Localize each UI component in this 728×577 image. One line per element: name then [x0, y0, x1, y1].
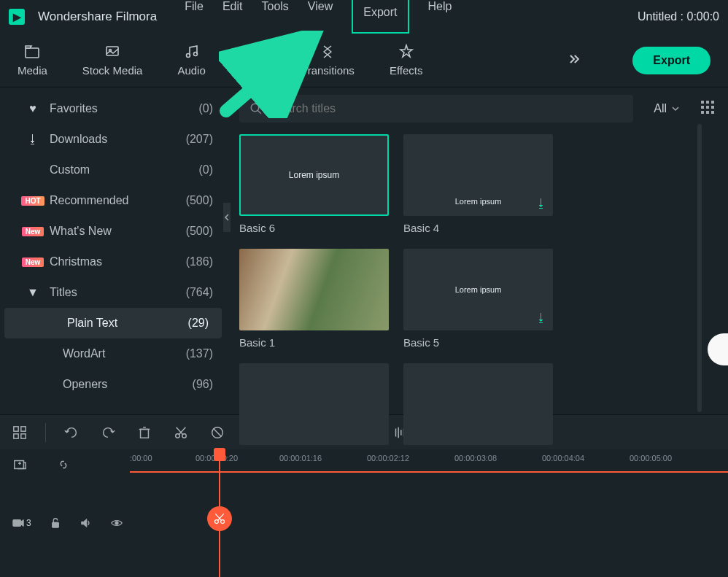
- title-card-empty[interactable]: [403, 363, 553, 445]
- svg-point-3: [186, 54, 190, 58]
- track-lock-toggle[interactable]: [49, 516, 62, 530]
- expand-toolbar-button[interactable]: [567, 52, 581, 69]
- search-input[interactable]: [271, 102, 623, 115]
- svg-rect-20: [14, 433, 18, 438]
- svg-point-4: [193, 53, 197, 56]
- tab-effects[interactable]: Effects: [390, 44, 423, 77]
- layout-button[interactable]: [12, 425, 28, 441]
- main-panel: ♥ Favorites (0) ⭳ Downloads (207) Custom…: [0, 88, 728, 414]
- app-title: Wondershare Filmora: [38, 9, 157, 24]
- svg-rect-18: [14, 426, 18, 430]
- svg-rect-17: [711, 111, 714, 114]
- track-video-toggle[interactable]: 3: [12, 516, 31, 530]
- heart-icon: ♥: [26, 102, 39, 115]
- svg-point-37: [115, 522, 118, 525]
- thumbnail-image: [239, 249, 389, 330]
- delete-button[interactable]: [136, 425, 152, 441]
- title-card-basic5[interactable]: Lorem ipsum ⭳ Basic 5: [403, 249, 553, 349]
- svg-rect-10: [706, 101, 709, 104]
- playhead[interactable]: [219, 449, 220, 577]
- svg-rect-35: [13, 520, 21, 527]
- chevron-down-icon: [671, 104, 680, 113]
- track-area[interactable]: 3: [0, 480, 728, 577]
- folder-icon: [24, 44, 40, 60]
- sidebar-item-plain-text[interactable]: Plain Text (29): [4, 308, 222, 338]
- category-sidebar: ♥ Favorites (0) ⭳ Downloads (207) Custom…: [0, 88, 226, 414]
- title-card-empty[interactable]: [239, 363, 389, 445]
- menu-view[interactable]: View: [308, 0, 333, 34]
- link-button[interactable]: [55, 457, 71, 473]
- sidebar-item-recommended[interactable]: HOT Recommended (500): [0, 185, 226, 216]
- tab-audio[interactable]: Audio: [177, 44, 205, 77]
- svg-rect-16: [706, 111, 709, 114]
- sidebar-item-titles[interactable]: ▼ Titles (764): [0, 277, 226, 308]
- menu-tools[interactable]: Tools: [262, 0, 289, 34]
- sidebar-item-whats-new[interactable]: New What's New (500): [0, 216, 226, 247]
- menu-bar: File Edit Tools View Export Help: [185, 0, 452, 34]
- sidebar-item-custom[interactable]: Custom (0): [0, 155, 226, 185]
- svg-rect-36: [52, 522, 58, 527]
- tab-media[interactable]: Media: [18, 44, 47, 77]
- menu-file[interactable]: File: [185, 0, 204, 34]
- effects-icon: [398, 44, 414, 60]
- svg-rect-0: [26, 48, 39, 58]
- new-badge-icon: New: [26, 257, 39, 267]
- svg-rect-19: [21, 426, 26, 430]
- tag-button[interactable]: [209, 425, 225, 441]
- redo-button[interactable]: [100, 425, 116, 441]
- download-icon[interactable]: ⭳: [535, 311, 547, 325]
- svg-line-26: [214, 428, 222, 436]
- timeline-ruler[interactable]: :00:00 00:00:00:20 00:00:01:16 00:00:02:…: [0, 449, 728, 480]
- tab-transitions[interactable]: Transitions: [301, 44, 355, 77]
- new-badge-icon: New: [26, 227, 39, 236]
- content-area: All Lorem ipsum Basic 6 Lorem ipsum ⭳ Ba…: [226, 88, 728, 414]
- transitions-icon: [320, 44, 336, 60]
- svg-point-7: [251, 104, 259, 112]
- scrollbar[interactable]: [697, 124, 702, 412]
- svg-rect-13: [706, 106, 709, 109]
- title-grid: Lorem ipsum Basic 6 Lorem ipsum ⭳ Basic …: [239, 134, 715, 445]
- svg-rect-22: [141, 429, 149, 438]
- track-mute-toggle[interactable]: [80, 516, 93, 530]
- caret-left-icon: [224, 213, 230, 222]
- app-logo-icon: ▶: [9, 9, 25, 25]
- add-media-button[interactable]: [12, 457, 28, 473]
- search-row: All: [239, 95, 715, 123]
- svg-rect-9: [701, 101, 704, 104]
- tab-stock-media[interactable]: Stock Media: [82, 44, 143, 77]
- download-icon: ⭳: [26, 133, 39, 146]
- filter-dropdown[interactable]: All: [643, 96, 690, 121]
- search-box[interactable]: [239, 95, 633, 123]
- divider: [45, 423, 46, 442]
- export-button[interactable]: Export: [632, 47, 710, 74]
- cut-button[interactable]: [173, 425, 189, 441]
- title-bar: ▶ Wondershare Filmora File Edit Tools Vi…: [0, 0, 728, 34]
- sidebar-item-downloads[interactable]: ⭳ Downloads (207): [0, 124, 226, 155]
- sidebar-item-openers[interactable]: Openers (96): [0, 369, 226, 400]
- search-icon: [249, 102, 263, 115]
- undo-button[interactable]: [63, 425, 80, 441]
- title-card-basic6[interactable]: Lorem ipsum Basic 6: [239, 134, 389, 234]
- menu-export[interactable]: Export: [352, 0, 408, 34]
- menu-edit[interactable]: Edit: [222, 0, 243, 34]
- text-icon: [245, 44, 261, 60]
- sidebar-item-christmas[interactable]: New Christmas (186): [0, 247, 226, 277]
- tab-titles[interactable]: Titles: [241, 44, 266, 77]
- menu-help[interactable]: Help: [428, 0, 452, 34]
- playhead-cut-button[interactable]: [207, 506, 232, 531]
- track-controls: 3: [12, 480, 728, 530]
- grid-view-toggle[interactable]: [700, 100, 715, 117]
- svg-line-8: [257, 110, 261, 114]
- track-visibility-toggle[interactable]: [110, 516, 123, 530]
- title-card-basic4[interactable]: Lorem ipsum ⭳ Basic 4: [403, 134, 553, 234]
- title-card-basic1[interactable]: Basic 1: [239, 249, 389, 349]
- sidebar-item-favorites[interactable]: ♥ Favorites (0): [0, 93, 226, 124]
- stock-icon: [104, 44, 120, 60]
- scissors-icon: [213, 512, 226, 525]
- music-icon: [184, 44, 200, 60]
- main-toolbar: Media Stock Media Audio Titles Transitio…: [0, 34, 728, 88]
- collapse-sidebar-handle[interactable]: [223, 203, 231, 232]
- download-icon[interactable]: ⭳: [535, 197, 547, 210]
- sidebar-item-wordart[interactable]: WordArt (137): [0, 338, 226, 369]
- caret-down-icon: ▼: [26, 286, 39, 299]
